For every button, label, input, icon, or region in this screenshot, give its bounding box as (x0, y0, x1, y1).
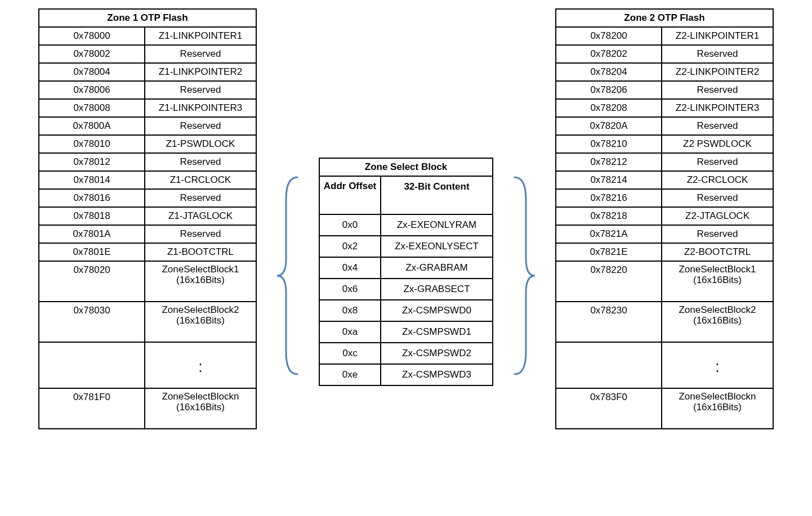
left-brace-column (274, 8, 302, 380)
addr-cell: 0x78210 (556, 135, 662, 153)
desc-cell: Z1-BOOTCTRL (145, 243, 256, 261)
addr-cell: 0x78006 (39, 81, 145, 99)
zone2-row: 0x78208Z2-LINKPOINTER3 (556, 99, 773, 117)
desc-cell: Z1-LINKPOINTER2 (145, 63, 256, 81)
zone1-row: 0x78010Z1-PSWDLOCK (39, 135, 256, 153)
zsb-row: 0x8Zx-CSMPSWD0 (319, 300, 493, 321)
zone1-row: 0x7801AReserved (39, 225, 256, 243)
desc-cell: Z2-LINKPOINTER3 (662, 99, 773, 117)
addr-cell: 0x78020 (39, 261, 145, 302)
zsb-content-cell: Zx-CSMPSWD2 (381, 343, 493, 364)
desc-cell: Reserved (145, 117, 256, 135)
addr-cell: 0x78200 (556, 27, 662, 45)
desc-cell: ZoneSelectBlock2(16x16Bits) (145, 302, 256, 342)
desc-cell: Reserved (662, 45, 773, 63)
desc-cell-dots: .. (145, 342, 256, 388)
addr-cell: 0x7800A (39, 117, 145, 135)
zsb-off-cell: 0x0 (319, 214, 381, 236)
zone2-row: 0x78218Z2-JTAGLOCK (556, 207, 773, 225)
zone1-row: 0x78000Z1-LINKPOINTER1 (39, 27, 256, 45)
zsb-sub-content: 32-Bit Content (381, 176, 493, 214)
addr-cell: 0x78014 (39, 171, 145, 189)
zone2-row: 0x78216Reserved (556, 189, 773, 207)
desc-cell: Reserved (145, 189, 256, 207)
zone1-row: .. (39, 342, 256, 388)
desc-cell: Z1-PSWDLOCK (145, 135, 256, 153)
addr-cell: 0x78216 (556, 189, 662, 207)
zone2-row: 0x78200Z2-LINKPOINTER1 (556, 27, 773, 45)
zone2-row: 0x78206Reserved (556, 81, 773, 99)
zsb-column: Zone Select Block Addr Offset 32-Bit Con… (319, 158, 493, 386)
addr-cell: 0x78016 (39, 189, 145, 207)
addr-cell: 0x78230 (556, 302, 662, 342)
addr-cell (556, 342, 662, 388)
zsb-sub-off: Addr Offset (319, 176, 381, 214)
zone2-row: 0x7821EZ2-BOOTCTRL (556, 243, 773, 261)
desc-cell: Z2-BOOTCTRL (662, 243, 773, 261)
zsb-content-cell: Zx-CSMPSWD1 (381, 321, 493, 343)
zone2-row: 0x78214Z2-CRCLOCK (556, 171, 773, 189)
desc-cell: Z1-LINKPOINTER3 (145, 99, 256, 117)
zsb-row: 0xeZx-CSMPSWD3 (319, 364, 493, 385)
zone1-row: 0x78030ZoneSelectBlock2(16x16Bits) (39, 302, 256, 342)
zone2-row: .. (556, 342, 773, 388)
addr-cell: 0x78000 (39, 27, 145, 45)
zsb-content-cell: Zx-GRABSECT (381, 279, 493, 300)
zsb-content-cell: Zx-CSMPSWD3 (381, 364, 493, 385)
addr-cell: 0x7821A (556, 225, 662, 243)
right-brace-column (510, 8, 538, 380)
desc-cell: Z1-JTAGLOCK (145, 207, 256, 225)
addr-cell: 0x7821E (556, 243, 662, 261)
desc-cell: ZoneSelectBlock1(16x16Bits) (662, 261, 773, 302)
zone2-row: 0x78212Reserved (556, 153, 773, 171)
zsb-off-cell: 0x6 (319, 279, 381, 300)
addr-cell: 0x78212 (556, 153, 662, 171)
desc-cell: Reserved (662, 225, 773, 243)
zone1-row: 0x78016Reserved (39, 189, 256, 207)
zone1-table: Zone 1 OTP Flash 0x78000Z1-LINKPOINTER10… (38, 8, 257, 429)
desc-cell: Z1-LINKPOINTER1 (145, 27, 256, 45)
zsb-off-cell: 0x2 (319, 236, 381, 257)
zsb-row: 0x0Zx-EXEONLYRAM (319, 214, 493, 236)
desc-cell: Z2-JTAGLOCK (662, 207, 773, 225)
zsb-content-cell: Zx-CSMPSWD0 (381, 300, 493, 321)
desc-cell: Z1-CRCLOCK (145, 171, 256, 189)
addr-cell: 0x78010 (39, 135, 145, 153)
zsb-content-cell: Zx-EXEONLYSECT (381, 236, 493, 257)
addr-cell: 0x7801E (39, 243, 145, 261)
zsb-title: Zone Select Block (319, 158, 493, 176)
desc-cell: Reserved (145, 153, 256, 171)
zone1-row: 0x781F0ZoneSelectBlockn(16x16Bits) (39, 388, 256, 429)
zone1-row: 0x78006Reserved (39, 81, 256, 99)
desc-cell: Reserved (145, 45, 256, 63)
zone2-column: Zone 2 OTP Flash 0x78200Z2-LINKPOINTER10… (555, 8, 774, 429)
desc-cell: Reserved (145, 225, 256, 243)
zone1-row: 0x78018Z1-JTAGLOCK (39, 207, 256, 225)
diagram-layout: Zone 1 OTP Flash 0x78000Z1-LINKPOINTER10… (8, 8, 804, 429)
zsb-off-cell: 0x4 (319, 257, 381, 279)
zsb-off-cell: 0xc (319, 343, 381, 364)
desc-cell: Reserved (662, 153, 773, 171)
zone1-title: Zone 1 OTP Flash (39, 9, 256, 27)
desc-cell: ZoneSelectBlock1(16x16Bits) (145, 261, 256, 302)
zone2-table: Zone 2 OTP Flash 0x78200Z2-LINKPOINTER10… (555, 8, 774, 429)
zone2-row: 0x7820AReserved (556, 117, 773, 135)
zone1-row: 0x78008Z1-LINKPOINTER3 (39, 99, 256, 117)
zsb-row: 0x2Zx-EXEONLYSECT (319, 236, 493, 257)
zsb-table: Zone Select Block Addr Offset 32-Bit Con… (319, 158, 493, 386)
addr-cell: 0x7820A (556, 117, 662, 135)
desc-cell: Reserved (662, 189, 773, 207)
desc-cell: Reserved (662, 117, 773, 135)
zone1-row: 0x7800AReserved (39, 117, 256, 135)
zone1-row: 0x78012Reserved (39, 153, 256, 171)
desc-cell: ZoneSelectBlockn(16x16Bits) (145, 388, 256, 429)
zone2-title: Zone 2 OTP Flash (556, 9, 773, 27)
addr-cell: 0x783F0 (556, 388, 662, 429)
zone1-row: 0x7801EZ1-BOOTCTRL (39, 243, 256, 261)
zsb-content-cell: Zx-GRABRAM (381, 257, 493, 279)
zsb-content-cell: Zx-EXEONLYRAM (381, 214, 493, 236)
addr-cell: 0x78206 (556, 81, 662, 99)
desc-cell: ZoneSelectBlockn(16x16Bits) (662, 388, 773, 429)
zone2-row: 0x78204Z2-LINKPOINTER2 (556, 63, 773, 81)
zone1-row: 0x78020ZoneSelectBlock1(16x16Bits) (39, 261, 256, 302)
